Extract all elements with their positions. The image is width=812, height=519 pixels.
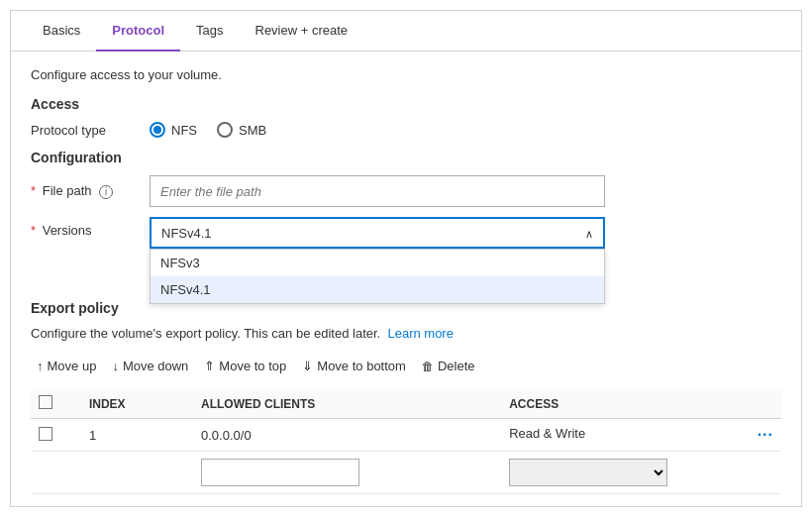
- new-row-clients-input[interactable]: [201, 459, 359, 486]
- row1-clients-cell: 0.0.0.0/0: [193, 419, 501, 452]
- file-path-info-icon: i: [99, 185, 113, 199]
- learn-more-link[interactable]: Learn more: [387, 326, 453, 341]
- radio-nfs-label: NFS: [171, 123, 197, 138]
- tab-review-create[interactable]: Review + create: [240, 11, 364, 52]
- protocol-type-options: NFS SMB: [150, 122, 266, 138]
- versions-label: * Versions: [31, 217, 150, 238]
- tab-tags[interactable]: Tags: [180, 11, 239, 52]
- move-to-top-icon: [204, 359, 215, 373]
- new-row-access-cell: Read & Write Read Only: [501, 452, 781, 494]
- access-section-title: Access: [31, 96, 781, 112]
- tab-bar: Basics Protocol Tags Review + create: [11, 11, 801, 52]
- row1-access-cell: Read & Write ···: [501, 419, 781, 452]
- new-row-access-select[interactable]: Read & Write Read Only: [509, 459, 667, 486]
- export-policy-desc: Configure the volume's export policy. Th…: [31, 326, 781, 341]
- export-policy-table: INDEX ALLOWED CLIENTS ACCESS 1 0.0.0.0/0: [31, 389, 781, 494]
- move-down-icon: [112, 359, 119, 373]
- radio-smb[interactable]: SMB: [217, 122, 266, 138]
- versions-dropdown-list: NFSv3 NFSv4.1: [150, 249, 605, 304]
- delete-button[interactable]: Delete: [416, 357, 481, 375]
- move-down-button[interactable]: Move down: [106, 357, 194, 375]
- new-row-index-cell: [81, 452, 193, 494]
- versions-option-nfsv41[interactable]: NFSv4.1: [151, 276, 604, 303]
- versions-dropdown-container: NFSv4.1 NFSv3 NFSv4.1: [150, 217, 605, 249]
- col-header-index: INDEX: [81, 389, 193, 419]
- file-path-row: * File path i: [31, 175, 781, 207]
- radio-nfs[interactable]: NFS: [150, 122, 197, 138]
- versions-chevron-icon: [585, 226, 593, 241]
- move-to-bottom-button[interactable]: Move to bottom: [296, 357, 412, 375]
- row1-index-cell: 1: [81, 419, 193, 452]
- protocol-type-row: Protocol type NFS SMB: [31, 122, 781, 138]
- export-policy-section: Export policy Configure the volume's exp…: [31, 300, 781, 494]
- new-row-check-cell: [31, 452, 81, 494]
- versions-selected-value: NFSv4.1: [161, 226, 212, 241]
- main-content: Configure access to your volume. Access …: [11, 52, 801, 510]
- page-subtitle: Configure access to your volume.: [31, 67, 781, 82]
- export-policy-toolbar: Move up Move down Move to top Move to bo…: [31, 351, 781, 381]
- configuration-section-title: Configuration: [31, 150, 781, 165]
- new-row-clients-cell: [193, 452, 501, 494]
- tab-protocol[interactable]: Protocol: [96, 11, 180, 52]
- move-to-top-button[interactable]: Move to top: [198, 357, 292, 375]
- versions-option-nfsv3[interactable]: NFSv3: [151, 250, 604, 276]
- protocol-type-label: Protocol type: [31, 123, 150, 138]
- radio-nfs-circle: [150, 122, 165, 138]
- versions-required: *: [31, 223, 36, 238]
- table-row: 1 0.0.0.0/0 Read & Write ···: [31, 419, 781, 452]
- tab-basics[interactable]: Basics: [27, 11, 96, 52]
- col-header-check: [31, 389, 81, 419]
- radio-smb-circle: [217, 122, 233, 138]
- versions-dropdown-trigger[interactable]: NFSv4.1: [150, 217, 605, 249]
- file-path-input[interactable]: [150, 175, 605, 207]
- move-to-bottom-icon: [302, 359, 313, 373]
- versions-row: * Versions NFSv4.1 NFSv3 NFSv4.1: [31, 217, 781, 249]
- col-header-access: ACCESS: [501, 389, 781, 419]
- new-row: Read & Write Read Only: [31, 452, 781, 494]
- row1-checkbox[interactable]: [39, 427, 52, 441]
- file-path-required: *: [31, 183, 36, 198]
- row1-check-cell: [31, 419, 81, 452]
- move-up-button[interactable]: Move up: [31, 357, 102, 375]
- move-up-icon: [37, 359, 44, 373]
- radio-smb-label: SMB: [239, 123, 266, 138]
- row1-menu-button[interactable]: ···: [758, 426, 773, 444]
- col-header-clients: ALLOWED CLIENTS: [193, 389, 501, 419]
- file-path-label: * File path i: [31, 183, 150, 199]
- header-checkbox[interactable]: [39, 395, 52, 409]
- delete-icon: [422, 359, 434, 373]
